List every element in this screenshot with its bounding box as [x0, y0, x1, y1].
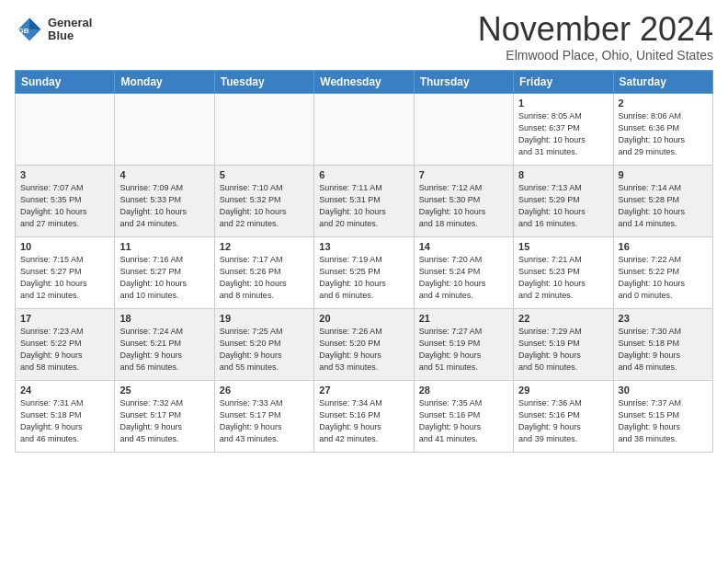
calendar-cell: 18Sunrise: 7:24 AMSunset: 5:21 PMDayligh… — [115, 308, 214, 380]
calendar-cell: 4Sunrise: 7:09 AMSunset: 5:33 PMDaylight… — [115, 165, 214, 236]
day-number: 7 — [419, 169, 508, 180]
day-info: Sunrise: 7:16 AMSunset: 5:27 PMDaylight:… — [119, 254, 209, 302]
calendar-cell — [214, 93, 313, 165]
header: GB General Blue November 2024 Elmwood Pl… — [15, 11, 713, 63]
day-info: Sunrise: 7:22 AMSunset: 5:22 PMDaylight:… — [619, 254, 708, 302]
day-number: 25 — [119, 385, 209, 396]
day-number: 9 — [619, 169, 708, 180]
day-number: 14 — [419, 241, 508, 252]
day-info: Sunrise: 7:26 AMSunset: 5:20 PMDaylight:… — [319, 326, 408, 373]
week-row-4: 17Sunrise: 7:23 AMSunset: 5:22 PMDayligh… — [16, 308, 713, 380]
day-number: 10 — [20, 241, 109, 252]
day-info: Sunrise: 8:06 AMSunset: 6:36 PMDaylight:… — [619, 110, 708, 158]
calendar-cell: 8Sunrise: 7:13 AMSunset: 5:29 PMDaylight… — [514, 165, 613, 236]
day-info: Sunrise: 7:13 AMSunset: 5:29 PMDaylight:… — [518, 182, 608, 230]
calendar-cell: 16Sunrise: 7:22 AMSunset: 5:22 PMDayligh… — [613, 236, 712, 308]
calendar-cell: 3Sunrise: 7:07 AMSunset: 5:35 PMDaylight… — [16, 165, 115, 236]
calendar-cell: 13Sunrise: 7:19 AMSunset: 5:25 PMDayligh… — [314, 236, 414, 308]
day-info: Sunrise: 7:23 AMSunset: 5:22 PMDaylight:… — [20, 326, 109, 373]
calendar-cell: 21Sunrise: 7:27 AMSunset: 5:19 PMDayligh… — [414, 308, 513, 380]
day-info: Sunrise: 7:37 AMSunset: 5:15 PMDaylight:… — [619, 397, 708, 445]
day-number: 17 — [20, 313, 109, 324]
day-info: Sunrise: 7:17 AMSunset: 5:26 PMDaylight:… — [220, 254, 309, 302]
day-info: Sunrise: 7:10 AMSunset: 5:32 PMDaylight:… — [220, 182, 309, 230]
day-info: Sunrise: 8:05 AMSunset: 6:37 PMDaylight:… — [518, 110, 608, 158]
logo-line1: General — [48, 16, 92, 29]
day-number: 11 — [119, 241, 209, 252]
calendar-cell: 19Sunrise: 7:25 AMSunset: 5:20 PMDayligh… — [214, 308, 313, 380]
day-info: Sunrise: 7:24 AMSunset: 5:21 PMDaylight:… — [119, 326, 209, 373]
day-info: Sunrise: 7:20 AMSunset: 5:24 PMDaylight:… — [419, 254, 508, 302]
day-number: 13 — [319, 241, 408, 252]
calendar-cell: 7Sunrise: 7:12 AMSunset: 5:30 PMDaylight… — [414, 165, 513, 236]
day-info: Sunrise: 7:15 AMSunset: 5:27 PMDaylight:… — [20, 254, 109, 302]
day-number: 6 — [319, 169, 408, 180]
calendar-cell: 28Sunrise: 7:35 AMSunset: 5:16 PMDayligh… — [414, 380, 513, 452]
calendar-cell: 23Sunrise: 7:30 AMSunset: 5:18 PMDayligh… — [613, 308, 712, 380]
logo-icon: GB — [15, 15, 44, 44]
calendar-cell: 1Sunrise: 8:05 AMSunset: 6:37 PMDaylight… — [514, 93, 613, 165]
calendar-cell: 22Sunrise: 7:29 AMSunset: 5:19 PMDayligh… — [514, 308, 613, 380]
month-title: November 2024 — [478, 11, 713, 48]
day-number: 20 — [319, 313, 408, 324]
day-info: Sunrise: 7:36 AMSunset: 5:16 PMDaylight:… — [518, 397, 608, 445]
day-info: Sunrise: 7:30 AMSunset: 5:18 PMDaylight:… — [619, 326, 708, 373]
day-info: Sunrise: 7:29 AMSunset: 5:19 PMDaylight:… — [518, 326, 608, 373]
weekday-header-monday: Monday — [115, 70, 214, 93]
day-number: 5 — [220, 169, 309, 180]
calendar-cell: 9Sunrise: 7:14 AMSunset: 5:28 PMDaylight… — [613, 165, 712, 236]
day-number: 28 — [419, 385, 508, 396]
weekday-header-saturday: Saturday — [613, 70, 712, 93]
day-number: 8 — [518, 169, 608, 180]
svg-text:GB: GB — [18, 27, 29, 35]
day-number: 22 — [518, 313, 608, 324]
day-info: Sunrise: 7:34 AMSunset: 5:16 PMDaylight:… — [319, 397, 408, 445]
day-info: Sunrise: 7:33 AMSunset: 5:17 PMDaylight:… — [220, 397, 309, 445]
calendar-cell: 11Sunrise: 7:16 AMSunset: 5:27 PMDayligh… — [115, 236, 214, 308]
calendar-cell: 30Sunrise: 7:37 AMSunset: 5:15 PMDayligh… — [613, 380, 712, 452]
day-number: 30 — [619, 385, 708, 396]
logo-text: General Blue — [48, 17, 92, 43]
day-info: Sunrise: 7:14 AMSunset: 5:28 PMDaylight:… — [619, 182, 708, 230]
calendar-cell — [115, 93, 214, 165]
weekday-header-thursday: Thursday — [414, 70, 513, 93]
calendar-cell: 27Sunrise: 7:34 AMSunset: 5:16 PMDayligh… — [314, 380, 414, 452]
week-row-1: 1Sunrise: 8:05 AMSunset: 6:37 PMDaylight… — [16, 93, 713, 165]
weekday-header-sunday: Sunday — [16, 70, 115, 93]
day-info: Sunrise: 7:27 AMSunset: 5:19 PMDaylight:… — [419, 326, 508, 373]
calendar-cell: 6Sunrise: 7:11 AMSunset: 5:31 PMDaylight… — [314, 165, 414, 236]
calendar-cell: 20Sunrise: 7:26 AMSunset: 5:20 PMDayligh… — [314, 308, 414, 380]
day-number: 15 — [518, 241, 608, 252]
svg-marker-2 — [29, 18, 40, 29]
day-number: 2 — [619, 98, 708, 109]
calendar-cell — [314, 93, 414, 165]
day-number: 4 — [119, 169, 209, 180]
day-number: 26 — [220, 385, 309, 396]
day-number: 23 — [619, 313, 708, 324]
day-info: Sunrise: 7:12 AMSunset: 5:30 PMDaylight:… — [419, 182, 508, 230]
page: GB General Blue November 2024 Elmwood Pl… — [0, 0, 728, 460]
calendar-cell — [16, 93, 115, 165]
day-info: Sunrise: 7:09 AMSunset: 5:33 PMDaylight:… — [119, 182, 209, 230]
logo: GB General Blue — [15, 15, 92, 44]
weekday-header-tuesday: Tuesday — [214, 70, 313, 93]
week-row-3: 10Sunrise: 7:15 AMSunset: 5:27 PMDayligh… — [16, 236, 713, 308]
calendar-cell: 12Sunrise: 7:17 AMSunset: 5:26 PMDayligh… — [214, 236, 313, 308]
week-row-2: 3Sunrise: 7:07 AMSunset: 5:35 PMDaylight… — [16, 165, 713, 236]
calendar-cell: 25Sunrise: 7:32 AMSunset: 5:17 PMDayligh… — [115, 380, 214, 452]
location: Elmwood Place, Ohio, United States — [478, 48, 713, 63]
day-info: Sunrise: 7:07 AMSunset: 5:35 PMDaylight:… — [20, 182, 109, 230]
day-number: 16 — [619, 241, 708, 252]
calendar-table: SundayMondayTuesdayWednesdayThursdayFrid… — [15, 70, 713, 453]
calendar-cell: 17Sunrise: 7:23 AMSunset: 5:22 PMDayligh… — [16, 308, 115, 380]
calendar-cell: 10Sunrise: 7:15 AMSunset: 5:27 PMDayligh… — [16, 236, 115, 308]
day-number: 1 — [518, 98, 608, 109]
calendar-cell: 14Sunrise: 7:20 AMSunset: 5:24 PMDayligh… — [414, 236, 513, 308]
calendar-cell: 15Sunrise: 7:21 AMSunset: 5:23 PMDayligh… — [514, 236, 613, 308]
day-info: Sunrise: 7:21 AMSunset: 5:23 PMDaylight:… — [518, 254, 608, 302]
title-block: November 2024 Elmwood Place, Ohio, Unite… — [478, 11, 713, 63]
day-info: Sunrise: 7:25 AMSunset: 5:20 PMDaylight:… — [220, 326, 309, 373]
day-number: 19 — [220, 313, 309, 324]
day-info: Sunrise: 7:31 AMSunset: 5:18 PMDaylight:… — [20, 397, 109, 445]
day-number: 27 — [319, 385, 408, 396]
